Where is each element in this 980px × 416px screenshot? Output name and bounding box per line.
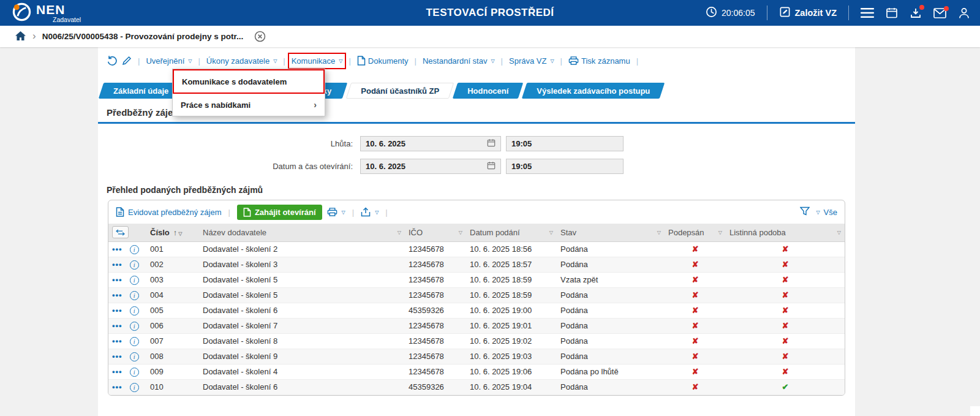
table-row[interactable]: •••i 007 Dodavatel - školení 8 12345678 … (108, 333, 845, 349)
cross-icon: ✘ (782, 321, 789, 330)
row-more-icon[interactable]: ••• (112, 352, 123, 361)
column-filter-icon[interactable]: ▽ (459, 230, 462, 235)
toolbar-uverejneni[interactable]: Uveřejnění▽ (146, 56, 192, 66)
downloads-icon[interactable] (910, 7, 922, 19)
menu-hamburger-icon[interactable] (861, 7, 874, 18)
column-chooser-icon[interactable] (112, 226, 129, 238)
nen-logo-block[interactable]: NEN Zadavatel (12, 2, 81, 23)
column-header-listinna[interactable]: Listinná podoba▽ (726, 224, 845, 241)
row-more-icon[interactable]: ••• (112, 306, 123, 315)
print-grid-button[interactable]: ▽ (327, 207, 345, 217)
view-filter-select[interactable]: ▽ Vše (815, 208, 837, 217)
column-filter-icon[interactable]: ▽ (837, 230, 841, 235)
otevirani-date-field[interactable]: 10. 6. 2025 (360, 159, 501, 174)
toolbar-komunikace[interactable]: Komunikace▽ (292, 56, 343, 66)
menu-item-prace-s-nabidkami[interactable]: Práce s nabídkami › (173, 94, 325, 116)
toolbar-tisk-zaznamu[interactable]: Tisk záznamu (568, 56, 630, 66)
column-filter-icon[interactable]: ▽ (657, 230, 661, 235)
column-filter-icon[interactable]: ▽ (718, 230, 722, 235)
row-info-icon[interactable]: i (130, 337, 139, 346)
row-more-icon[interactable]: ••• (112, 382, 123, 391)
table-row[interactable]: •••i 006 Dodavatel - školení 7 12345678 … (108, 318, 845, 333)
table-row[interactable]: •••i 002 Dodavatel - školení 3 12345678 … (108, 257, 845, 272)
breadcrumb-item[interactable]: N006/25/V00005438 - Provozování prodejny… (42, 32, 244, 41)
cross-icon: ✘ (692, 290, 699, 300)
cell-datum: 10. 6. 2025 18:59 (466, 287, 557, 303)
row-info-icon[interactable]: i (130, 306, 139, 316)
cell-podepsan: ✘ (665, 257, 726, 272)
column-filter-icon[interactable]: ▽ (549, 230, 553, 235)
history-icon[interactable] (107, 55, 118, 66)
row-more-icon[interactable]: ••• (112, 367, 123, 376)
row-info-icon[interactable]: i (130, 260, 139, 270)
toolbar-ukony-zadavatele[interactable]: Úkony zadavatele▽ (206, 56, 277, 66)
grid-toolbar: Evidovat předběžný zájem | Zahájit oteví… (108, 200, 845, 224)
table-row[interactable]: •••i 001 Dodavatel - školení 2 12345678 … (108, 241, 845, 257)
row-info-icon[interactable]: i (130, 383, 139, 392)
table-row[interactable]: •••i 009 Dodavatel - školení 4 12345678 … (108, 364, 845, 379)
column-header-cislo[interactable]: Číslo↑▽ (146, 224, 199, 241)
menu-item-komunikace-s-dodavatelem[interactable]: Komunikace s dodavatelem (173, 69, 325, 94)
row-info-icon[interactable]: i (130, 276, 139, 285)
toolbar-separator: | (560, 56, 562, 66)
column-header-podepsan[interactable]: Podepsán▽ (665, 224, 726, 241)
row-info-icon[interactable]: i (130, 352, 139, 361)
table-row[interactable]: •••i 005 Dodavatel - školení 6 45359326 … (108, 303, 845, 318)
row-more-icon[interactable]: ••• (112, 321, 123, 330)
toolbar-nestandardni-stav[interactable]: Nestandardní stav▽ (423, 56, 495, 66)
table-row[interactable]: •••i 003 Dodavatel - školení 5 12345678 … (108, 272, 845, 287)
close-record-icon[interactable] (254, 31, 266, 42)
column-filter-icon[interactable]: ▽ (178, 231, 182, 236)
calendar-picker-icon[interactable] (487, 161, 496, 172)
cell-datum: 10. 6. 2025 19:00 (466, 303, 557, 318)
row-more-icon[interactable]: ••• (112, 260, 123, 269)
create-vz-label: Založit VZ (795, 8, 837, 18)
lhuta-date-field[interactable]: 10. 6. 2025 (360, 136, 501, 151)
row-info-icon[interactable]: i (130, 291, 139, 300)
home-icon[interactable] (15, 31, 26, 43)
row-more-icon[interactable]: ••• (112, 336, 123, 346)
create-vz-button[interactable]: Založit VZ (779, 6, 837, 20)
cell-stav: Vzata zpět (557, 272, 665, 287)
cross-icon: ✘ (782, 306, 789, 315)
column-header-datum[interactable]: Datum podání▽ (466, 224, 557, 241)
column-header-ico[interactable]: IČO▽ (405, 224, 466, 241)
cell-listinna: ✘ (726, 272, 845, 287)
edit-record-icon[interactable] (122, 56, 132, 66)
column-header-nazev[interactable]: Název dodavatele▽ (199, 224, 405, 241)
evidovat-zajem-button[interactable]: Evidovat předběžný zájem (116, 207, 221, 217)
column-header-stav[interactable]: Stav▽ (557, 224, 665, 241)
toolbar-separator: | (349, 56, 350, 66)
row-info-icon[interactable]: i (130, 245, 139, 254)
cell-ico: 12345678 (405, 272, 466, 287)
otevirani-time-field[interactable]: 19:05 (506, 159, 624, 174)
export-grid-button[interactable]: ▽ (361, 207, 379, 217)
toolbar-sprava-vz[interactable]: Správa VZ▽ (509, 56, 554, 66)
section-divider (98, 122, 855, 124)
cell-datum: 10. 6. 2025 18:59 (466, 272, 557, 287)
table-row[interactable]: •••i 008 Dodavatel - školení 9 12345678 … (108, 349, 845, 364)
cell-datum: 10. 6. 2025 19:01 (466, 318, 557, 333)
row-info-icon[interactable]: i (130, 368, 139, 377)
tab-zakladni-udaje[interactable]: Základní údaje (101, 83, 181, 99)
row-more-icon[interactable]: ••• (112, 275, 123, 284)
tab-hodnoceni[interactable]: Hodnocení (455, 83, 521, 99)
table-row[interactable]: •••i 004 Dodavatel - školení 5 12345678 … (108, 287, 845, 303)
cell-stav: Podána (557, 303, 665, 318)
toolbar-separator: | (501, 56, 503, 66)
lhuta-time-field[interactable]: 19:05 (506, 136, 624, 151)
toolbar-dokumenty[interactable]: Dokumenty (357, 56, 409, 66)
row-info-icon[interactable]: i (130, 322, 139, 331)
tab-podani-ucastniku-zp[interactable]: Podání účastníků ZP (349, 83, 451, 99)
filter-funnel-icon[interactable] (800, 206, 810, 217)
row-more-icon[interactable]: ••• (112, 290, 123, 300)
messages-icon[interactable] (933, 8, 946, 18)
tab-vysledek-zadavaciho-postupu[interactable]: Výsledek zadávacího postupu (524, 83, 662, 99)
row-more-icon[interactable]: ••• (112, 244, 123, 254)
calendar-picker-icon[interactable] (487, 138, 496, 149)
zahajit-otevirani-button[interactable]: Zahájit otevírání (237, 205, 322, 220)
table-row[interactable]: •••i 010 Dodavatel - školení 6 45359326 … (108, 379, 845, 395)
column-filter-icon[interactable]: ▽ (398, 230, 401, 235)
calendar-icon[interactable] (886, 7, 898, 19)
user-profile-icon[interactable] (958, 7, 970, 19)
